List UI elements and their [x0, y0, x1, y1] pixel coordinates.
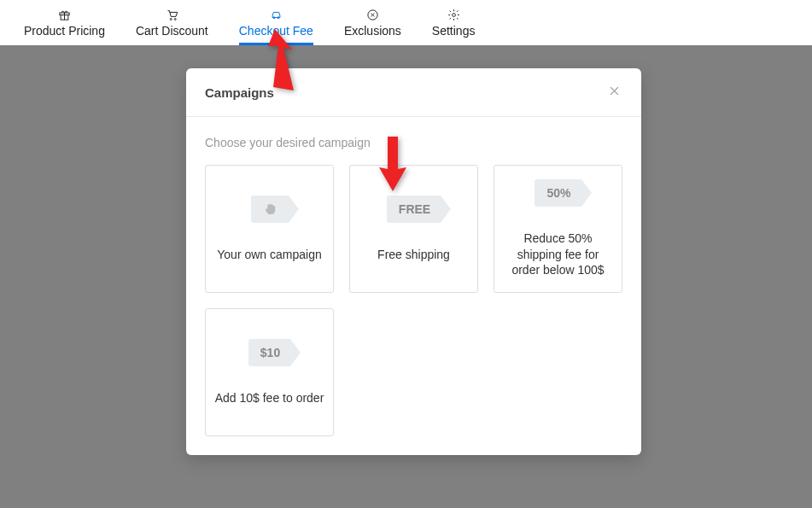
cart-icon [165, 8, 178, 21]
close-icon [608, 85, 621, 101]
campaign-card-reduce-shipping[interactable]: 50% Reduce 50% shipping fee for order be… [494, 165, 622, 293]
svg-point-3 [170, 18, 172, 20]
tab-label: Settings [432, 24, 476, 38]
tab-label: Cart Discount [136, 24, 208, 38]
hand-icon [251, 196, 289, 223]
campaign-card-own[interactable]: Your own campaign [205, 165, 334, 293]
modal-title: Campaigns [205, 85, 274, 100]
modal-subtitle: Choose your desired campaign [205, 136, 622, 149]
campaign-card-free-shipping[interactable]: FREE Free shipping [349, 165, 478, 293]
campaigns-modal: Campaigns Choose your desired campaign Y… [186, 68, 641, 455]
modal-body: Choose your desired campaign Your own ca… [186, 117, 641, 455]
svg-point-10 [452, 13, 455, 16]
tab-label: Product Pricing [24, 24, 105, 38]
campaign-label: Add 10$ fee to order [215, 390, 324, 406]
campaign-grid: Your own campaign FREE Free shipping 50%… [205, 165, 622, 436]
tab-product-pricing[interactable]: Product Pricing [9, 0, 120, 45]
campaign-label: Your own campaign [217, 247, 321, 263]
tab-settings[interactable]: Settings [417, 0, 491, 45]
car-icon [269, 8, 283, 21]
tab-label: Exclusions [344, 24, 401, 38]
x-circle-icon [365, 8, 379, 21]
close-button[interactable] [605, 84, 622, 101]
campaign-tag: FREE [387, 196, 441, 223]
svg-point-4 [174, 18, 176, 20]
top-tabs: Product Pricing Cart Discount Checkout F… [0, 0, 812, 45]
tab-label: Checkout Fee [239, 24, 313, 38]
campaign-tag: $10 [248, 339, 290, 366]
tab-cart-discount[interactable]: Cart Discount [120, 0, 224, 45]
campaign-label: Free shipping [377, 247, 450, 263]
gift-icon [57, 8, 71, 21]
gear-icon [447, 8, 460, 21]
modal-header: Campaigns [186, 68, 641, 117]
campaign-label: Reduce 50% shipping fee for order below … [503, 231, 613, 279]
campaign-tag: 50% [535, 179, 581, 207]
campaign-card-add-fee[interactable]: $10 Add 10$ fee to order [205, 308, 334, 436]
tab-checkout-fee[interactable]: Checkout Fee [224, 0, 329, 45]
tab-exclusions[interactable]: Exclusions [329, 0, 417, 45]
